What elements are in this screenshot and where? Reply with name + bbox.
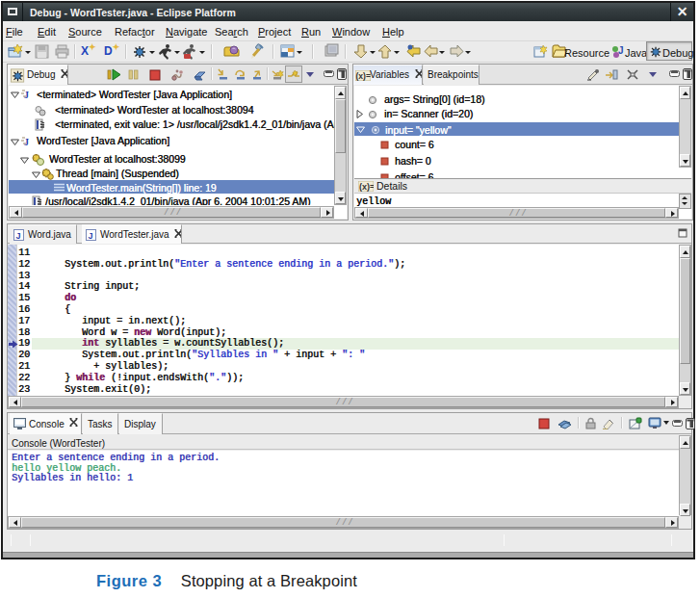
svg-text:J: J xyxy=(89,231,93,241)
svg-text:(x)=: (x)= xyxy=(359,182,374,192)
svg-text:(x)=: (x)= xyxy=(356,71,371,81)
svg-text:J: J xyxy=(24,137,29,147)
svg-text:J: J xyxy=(24,90,29,100)
svg-text:J: J xyxy=(16,231,21,241)
svg-text:J: J xyxy=(618,45,624,56)
